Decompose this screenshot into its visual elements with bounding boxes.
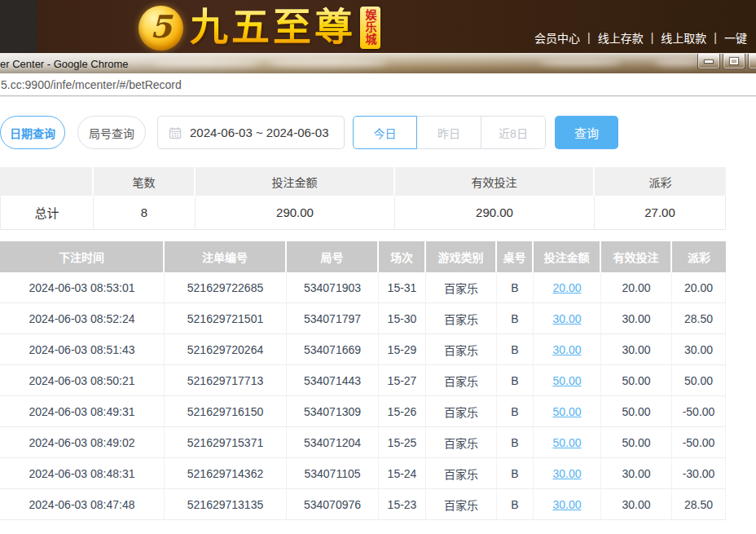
header-order-id: 注单编号 [165,241,287,272]
summary-valid-bet-value: 290.00 [395,196,595,230]
summary-header-blank [0,167,94,196]
nav-member-center[interactable]: 会员中心 [534,29,580,46]
left-dark-strip [0,0,37,53]
cell-table-no: B [497,272,534,303]
summary-table: 笔数 投注金额 有效投注 派彩 总计 8 290.00 290.00 27.00 [0,167,726,230]
cell-order-id: 521629722685 [165,272,287,303]
cell-game-type: 百家乐 [426,458,497,489]
site-banner: 5 九五至尊 娱乐城 会员中心 | 线上存款 | 线上取款 | 一键 [0,0,756,53]
bet-amount-link[interactable]: 30.00 [552,312,581,325]
cell-session: 15-26 [379,396,426,427]
cell-session: 15-30 [379,303,426,334]
site-logo: 5 九五至尊 娱乐城 [138,0,380,53]
cell-valid-bet: 30.00 [601,489,672,520]
minimize-icon [705,60,713,63]
close-button[interactable] [748,54,756,69]
cell-bet-amount: 50.00 [534,396,601,427]
cell-table-no: B [497,427,534,458]
cell-session: 15-25 [379,427,426,458]
nav-one-click[interactable]: 一键 [724,29,747,46]
cell-game-type: 百家乐 [426,489,497,520]
cell-payout: -50.00 [672,427,726,458]
date-query-button[interactable]: 日期查询 [0,116,65,149]
cell-valid-bet: 30.00 [601,458,672,489]
bet-table-header-row: 下注时间 注单编号 局号 场次 游戏类别 桌号 投注金额 有效投注 派彩 [0,241,726,272]
header-bet-time: 下注时间 [0,241,165,272]
cell-payout: 50.00 [672,365,726,396]
cell-table-no: B [497,396,534,427]
coin-icon: 5 [138,6,183,51]
window-titlebar[interactable]: er Center - Google Chrome [0,53,756,73]
cell-payout: 28.50 [672,303,726,334]
bet-amount-link[interactable]: 50.00 [552,436,581,449]
cell-bet-amount: 30.00 [534,334,601,365]
cell-bet-time: 2024-06-03 08:52:24 [0,303,165,334]
summary-total-label: 总计 [0,196,94,230]
nav-online-deposit[interactable]: 线上存款 [598,29,644,46]
cell-payout: -30.00 [672,458,726,489]
bet-amount-link[interactable]: 50.00 [552,405,581,418]
bet-amount-link[interactable]: 30.00 [552,467,581,480]
cell-bet-time: 2024-06-03 08:49:02 [0,427,165,458]
cell-session: 15-23 [379,489,426,520]
nav-online-withdraw[interactable]: 线上取款 [661,29,706,46]
cell-session: 15-24 [379,458,426,489]
cell-valid-bet: 20.00 [601,272,672,303]
bet-record-table: 下注时间 注单编号 局号 场次 游戏类别 桌号 投注金额 有效投注 派彩 202… [0,241,726,520]
cell-table-no: B [497,458,534,489]
cell-bet-amount: 30.00 [534,303,601,334]
cell-session: 15-31 [379,272,426,303]
cell-bet-time: 2024-06-03 08:47:48 [0,489,165,520]
cell-bet-amount: 20.00 [534,272,601,303]
banner-nav: 会员中心 | 线上存款 | 线上取款 | 一键 [527,29,754,46]
nav-separator: | [651,31,654,44]
maximize-button[interactable] [723,54,745,69]
cell-valid-bet: 50.00 [601,427,672,458]
summary-count-value: 8 [94,196,196,230]
cell-round-id: 534071669 [287,334,379,365]
bet-amount-link[interactable]: 50.00 [552,374,581,387]
summary-header-bet-amount: 投注金额 [196,167,395,196]
cell-valid-bet: 30.00 [601,334,672,365]
summary-header-row: 笔数 投注金额 有效投注 派彩 [0,167,726,196]
cell-round-id: 534071797 [287,303,379,334]
cell-round-id: 534071204 [287,427,379,458]
url-text: 5.cc:9900/infe/mcenter/#/betRecord [1,78,182,91]
page-content: 日期查询 局号查询 2024-06-03 ~ 2024-06-03 [0,96,756,534]
summary-header-count: 笔数 [94,167,196,196]
cell-payout: 28.50 [672,489,726,520]
url-bar[interactable]: 5.cc:9900/infe/mcenter/#/betRecord [0,73,756,96]
glass-smudge [269,59,387,68]
search-button[interactable]: 查询 [555,116,618,149]
minimize-button[interactable] [697,54,720,69]
cell-bet-time: 2024-06-03 08:49:31 [0,396,165,427]
yesterday-button[interactable]: 昨日 [417,116,481,149]
cell-payout: -50.00 [672,396,726,427]
round-query-button[interactable]: 局号查询 [77,116,146,149]
cell-session: 15-29 [379,334,426,365]
cell-order-id: 521629714362 [165,458,287,489]
cell-round-id: 534071443 [287,365,379,396]
bet-amount-link[interactable]: 20.00 [552,281,581,294]
today-button[interactable]: 今日 [353,116,417,149]
cell-table-no: B [497,334,534,365]
cell-session: 15-27 [379,365,426,396]
window-title: er Center - Google Chrome [0,58,129,70]
summary-header-payout: 派彩 [595,167,726,196]
bet-amount-link[interactable]: 30.00 [552,498,581,511]
date-range-input[interactable]: 2024-06-03 ~ 2024-06-03 [157,116,345,149]
cell-round-id: 534071309 [287,396,379,427]
cell-bet-amount: 50.00 [534,365,601,396]
bet-amount-link[interactable]: 30.00 [552,343,581,356]
cell-payout: 20.00 [672,272,726,303]
cell-round-id: 534071903 [287,272,379,303]
cell-bet-time: 2024-06-03 08:50:21 [0,365,165,396]
last-8-days-button[interactable]: 近8日 [481,116,546,149]
cell-bet-amount: 50.00 [534,427,601,458]
table-row: 2024-06-03 08:49:31521629716150534071309… [0,396,726,427]
quick-range-group: 今日 昨日 近8日 [353,116,546,149]
filter-row: 日期查询 局号查询 2024-06-03 ~ 2024-06-03 [0,116,756,149]
cell-order-id: 521629716150 [165,396,287,427]
cell-order-id: 521629721501 [165,303,287,334]
summary-bet-amount-value: 290.00 [196,196,395,230]
